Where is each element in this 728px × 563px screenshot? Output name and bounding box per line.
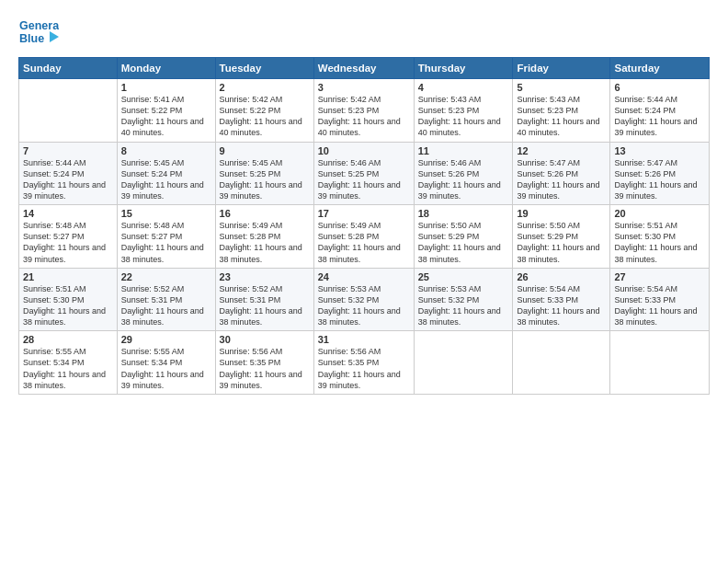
logo-svg: General Blue [18,17,59,52]
col-header-sunday: Sunday [19,58,118,79]
daylight: Daylight: 11 hours and 39 minutes. [121,179,211,201]
sunset: Sunset: 5:23 PM [418,105,509,116]
sunset: Sunset: 5:32 PM [418,294,509,305]
daylight: Daylight: 11 hours and 39 minutes. [614,179,705,201]
sunrise: Sunrise: 5:51 AM [23,283,113,294]
day-number: 25 [418,271,509,282]
day-cell: 15 Sunrise: 5:48 AM Sunset: 5:27 PM Dayl… [117,205,215,269]
sunset: Sunset: 5:31 PM [121,294,211,305]
sunrise: Sunrise: 5:50 AM [517,220,606,231]
col-header-saturday: Saturday [610,58,710,79]
day-cell: 21 Sunrise: 5:51 AM Sunset: 5:30 PM Dayl… [19,268,118,331]
daylight: Daylight: 11 hours and 38 minutes. [23,369,113,391]
day-number: 10 [318,145,410,156]
sunset: Sunset: 5:25 PM [220,168,310,179]
day-cell: 18 Sunrise: 5:50 AM Sunset: 5:29 PM Dayl… [414,205,513,269]
week-row-1: 1 Sunrise: 5:41 AM Sunset: 5:22 PM Dayli… [19,79,710,143]
daylight: Daylight: 11 hours and 40 minutes. [318,116,410,138]
col-header-wednesday: Wednesday [313,58,414,79]
sunset: Sunset: 5:30 PM [23,294,113,305]
sunrise: Sunrise: 5:48 AM [121,220,211,231]
day-number: 3 [318,82,410,93]
day-info: Sunrise: 5:52 AM Sunset: 5:31 PM Dayligh… [121,283,211,328]
day-number: 27 [614,271,705,282]
day-cell [414,331,513,395]
sunrise: Sunrise: 5:56 AM [318,346,410,357]
day-info: Sunrise: 5:55 AM Sunset: 5:34 PM Dayligh… [23,346,113,391]
daylight: Daylight: 11 hours and 39 minutes. [614,116,705,138]
daylight: Daylight: 11 hours and 40 minutes. [220,116,310,138]
day-cell: 26 Sunrise: 5:54 AM Sunset: 5:33 PM Dayl… [513,268,610,331]
day-cell: 7 Sunrise: 5:44 AM Sunset: 5:24 PM Dayli… [19,142,118,205]
day-info: Sunrise: 5:45 AM Sunset: 5:24 PM Dayligh… [121,157,211,202]
daylight: Daylight: 11 hours and 38 minutes. [614,242,705,264]
sunset: Sunset: 5:33 PM [517,294,606,305]
day-cell [610,331,710,395]
day-info: Sunrise: 5:56 AM Sunset: 5:35 PM Dayligh… [318,346,410,391]
day-info: Sunrise: 5:45 AM Sunset: 5:25 PM Dayligh… [220,157,310,202]
sunrise: Sunrise: 5:50 AM [418,220,509,231]
daylight: Daylight: 11 hours and 38 minutes. [121,305,211,327]
day-info: Sunrise: 5:54 AM Sunset: 5:33 PM Dayligh… [517,283,606,328]
header-row: SundayMondayTuesdayWednesdayThursdayFrid… [19,58,710,79]
daylight: Daylight: 11 hours and 39 minutes. [517,179,606,201]
daylight: Daylight: 11 hours and 40 minutes. [418,116,509,138]
day-number: 31 [318,334,410,345]
sunrise: Sunrise: 5:43 AM [418,94,509,105]
header: General Blue [18,17,710,52]
day-number: 20 [614,208,705,219]
day-cell: 6 Sunrise: 5:44 AM Sunset: 5:24 PM Dayli… [610,79,710,143]
daylight: Daylight: 11 hours and 39 minutes. [121,369,211,391]
day-info: Sunrise: 5:50 AM Sunset: 5:29 PM Dayligh… [418,220,509,265]
sunrise: Sunrise: 5:47 AM [517,157,606,168]
daylight: Daylight: 11 hours and 38 minutes. [418,242,509,264]
sunset: Sunset: 5:27 PM [23,231,113,242]
sunset: Sunset: 5:31 PM [220,294,310,305]
day-number: 21 [23,271,113,282]
daylight: Daylight: 11 hours and 38 minutes. [517,242,606,264]
day-info: Sunrise: 5:48 AM Sunset: 5:27 PM Dayligh… [121,220,211,265]
page: General Blue SundayMondayTuesdayWednesda… [0,0,728,563]
day-info: Sunrise: 5:56 AM Sunset: 5:35 PM Dayligh… [220,346,310,391]
day-cell: 13 Sunrise: 5:47 AM Sunset: 5:26 PM Dayl… [610,142,710,205]
day-info: Sunrise: 5:50 AM Sunset: 5:29 PM Dayligh… [517,220,606,265]
sunrise: Sunrise: 5:55 AM [23,346,113,357]
day-number: 4 [418,82,509,93]
day-info: Sunrise: 5:47 AM Sunset: 5:26 PM Dayligh… [614,157,705,202]
week-row-4: 21 Sunrise: 5:51 AM Sunset: 5:30 PM Dayl… [19,268,710,331]
day-number: 2 [220,82,310,93]
sunset: Sunset: 5:29 PM [517,231,606,242]
daylight: Daylight: 11 hours and 38 minutes. [318,305,410,327]
daylight: Daylight: 11 hours and 38 minutes. [517,305,606,327]
sunrise: Sunrise: 5:45 AM [220,157,310,168]
day-cell: 14 Sunrise: 5:48 AM Sunset: 5:27 PM Dayl… [19,205,118,269]
day-number: 16 [220,208,310,219]
daylight: Daylight: 11 hours and 38 minutes. [220,305,310,327]
day-number: 5 [517,82,606,93]
sunrise: Sunrise: 5:42 AM [220,94,310,105]
sunrise: Sunrise: 5:53 AM [318,283,410,294]
sunset: Sunset: 5:22 PM [220,105,310,116]
day-info: Sunrise: 5:49 AM Sunset: 5:28 PM Dayligh… [220,220,310,265]
day-cell: 11 Sunrise: 5:46 AM Sunset: 5:26 PM Dayl… [414,142,513,205]
sunrise: Sunrise: 5:54 AM [614,283,705,294]
day-info: Sunrise: 5:46 AM Sunset: 5:25 PM Dayligh… [318,157,410,202]
day-number: 29 [121,334,211,345]
day-number: 18 [418,208,509,219]
sunset: Sunset: 5:22 PM [121,105,211,116]
day-info: Sunrise: 5:49 AM Sunset: 5:28 PM Dayligh… [318,220,410,265]
day-number: 30 [220,334,310,345]
daylight: Daylight: 11 hours and 40 minutes. [517,116,606,138]
day-info: Sunrise: 5:43 AM Sunset: 5:23 PM Dayligh… [418,94,509,139]
day-cell [19,79,118,143]
sunset: Sunset: 5:24 PM [23,168,113,179]
daylight: Daylight: 11 hours and 39 minutes. [23,242,113,264]
sunrise: Sunrise: 5:54 AM [517,283,606,294]
sunrise: Sunrise: 5:56 AM [220,346,310,357]
sunset: Sunset: 5:26 PM [418,168,509,179]
day-number: 12 [517,145,606,156]
day-cell: 16 Sunrise: 5:49 AM Sunset: 5:28 PM Dayl… [215,205,313,269]
day-info: Sunrise: 5:53 AM Sunset: 5:32 PM Dayligh… [418,283,509,328]
week-row-2: 7 Sunrise: 5:44 AM Sunset: 5:24 PM Dayli… [19,142,710,205]
sunset: Sunset: 5:34 PM [121,357,211,368]
